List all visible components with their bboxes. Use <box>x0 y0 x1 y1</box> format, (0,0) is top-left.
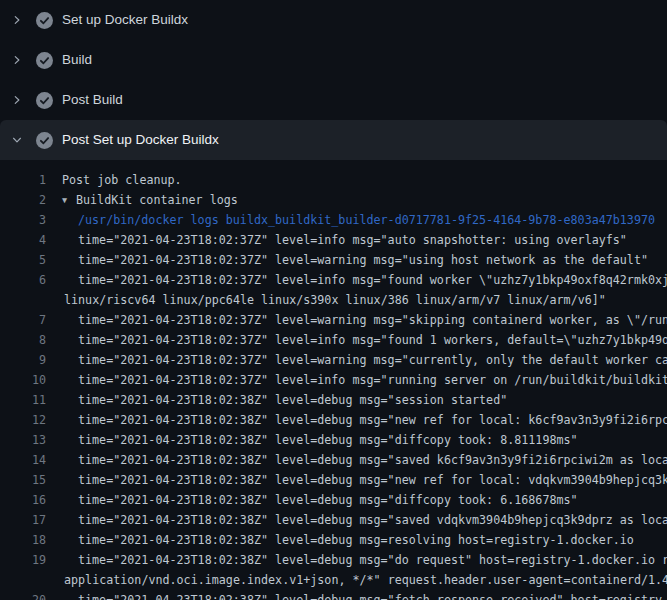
log-line-number[interactable]: 15 <box>0 470 46 490</box>
log-line-content: time="2021-04-23T18:02:38Z" level=debug … <box>78 393 507 407</box>
log-line-content: application/vnd.oci.image.index.v1+json,… <box>64 573 667 587</box>
log-line-content: time="2021-04-23T18:02:37Z" level=warnin… <box>78 313 667 327</box>
chevron-icon[interactable] <box>12 54 22 66</box>
log-line: 8 ▼time="2021-04-23T18:02:37Z" level=inf… <box>0 330 667 350</box>
step-header[interactable]: Post Set up Docker Buildx <box>0 120 667 160</box>
log-line-content: time="2021-04-23T18:02:38Z" level=debug … <box>78 433 578 447</box>
log-line-text: ▼time="2021-04-23T18:02:38Z" level=debug… <box>46 390 507 410</box>
log-line-number[interactable]: 14 <box>0 450 46 470</box>
log-line-content: linux/riscv64 linux/ppc64le linux/s390x … <box>64 293 606 307</box>
log-line-number[interactable]: 17 <box>0 510 46 530</box>
log-line: 15 ▼time="2021-04-23T18:02:38Z" level=de… <box>0 470 667 490</box>
check-circle-icon <box>36 12 53 29</box>
log-line-text: ▼application/vnd.oci.image.index.v1+json… <box>46 570 667 590</box>
log-line-number[interactable]: 18 <box>0 530 46 550</box>
check-circle-icon <box>36 132 53 149</box>
log-line: 7 ▼time="2021-04-23T18:02:37Z" level=war… <box>0 310 667 330</box>
log-line-text: ▼time="2021-04-23T18:02:38Z" level=debug… <box>46 590 667 600</box>
log-line-number[interactable]: 19 <box>0 550 46 570</box>
log-line: 10 ▼time="2021-04-23T18:02:37Z" level=in… <box>0 370 667 390</box>
step-header[interactable]: Build <box>0 40 667 80</box>
log-line-number[interactable]: 8 <box>0 330 46 350</box>
log-line: 19 ▼time="2021-04-23T18:02:38Z" level=de… <box>0 550 667 570</box>
actions-log-viewer: Set up Docker Buildx Build P <box>0 0 667 600</box>
log-line-text: ▼Post job cleanup. <box>46 170 182 190</box>
log-line-number[interactable]: 11 <box>0 390 46 410</box>
log-line-number[interactable]: 7 <box>0 310 46 330</box>
log-line-number[interactable] <box>0 570 46 590</box>
log-line-text: ▼time="2021-04-23T18:02:37Z" level=info … <box>46 370 667 390</box>
log-line-text: ▼time="2021-04-23T18:02:37Z" level=warni… <box>46 310 667 330</box>
step-title: Post Build <box>62 80 123 120</box>
log-line: 12 ▼time="2021-04-23T18:02:38Z" level=de… <box>0 410 667 430</box>
log-line-number[interactable]: 12 <box>0 410 46 430</box>
log-line-number[interactable]: 10 <box>0 370 46 390</box>
log-line-text: ▼BuildKit container logs <box>46 190 238 210</box>
log-line-content: time="2021-04-23T18:02:37Z" level=info m… <box>78 273 667 287</box>
log-line-number[interactable]: 5 <box>0 250 46 270</box>
log-line-number[interactable]: 9 <box>0 350 46 370</box>
chevron-icon[interactable] <box>12 134 22 146</box>
log-line-text: ▼time="2021-04-23T18:02:37Z" level=info … <box>46 330 667 350</box>
log-line-text: ▼time="2021-04-23T18:02:37Z" level=warni… <box>46 250 648 270</box>
log-line-number[interactable]: 16 <box>0 490 46 510</box>
log-line: 3 ▼/usr/bin/docker logs buildx_buildkit_… <box>0 210 667 230</box>
check-circle-icon <box>36 52 53 69</box>
log-line-text: ▼time="2021-04-23T18:02:38Z" level=debug… <box>46 410 667 430</box>
step-header[interactable]: Set up Docker Buildx <box>0 0 667 40</box>
log-line-content: time="2021-04-23T18:02:38Z" level=debug … <box>78 413 667 427</box>
log-line-text: ▼time="2021-04-23T18:02:38Z" level=debug… <box>46 490 578 510</box>
log-line-content: time="2021-04-23T18:02:38Z" level=debug … <box>78 553 667 567</box>
log-line: 18 ▼time="2021-04-23T18:02:38Z" level=de… <box>0 530 667 550</box>
log-line: 11 ▼time="2021-04-23T18:02:38Z" level=de… <box>0 390 667 410</box>
log-line[interactable]: 2 ▼BuildKit container logs <box>0 190 667 210</box>
log-line-text: ▼time="2021-04-23T18:02:38Z" level=debug… <box>46 470 667 490</box>
log-line-content: time="2021-04-23T18:02:38Z" level=debug … <box>78 593 667 600</box>
log-line: 20 ▼time="2021-04-23T18:02:38Z" level=de… <box>0 590 667 600</box>
log-line-number[interactable]: 3 <box>0 210 46 230</box>
log-line: ▼linux/riscv64 linux/ppc64le linux/s390x… <box>0 290 667 310</box>
log-line: 6 ▼time="2021-04-23T18:02:37Z" level=inf… <box>0 270 667 290</box>
log-output: 1 ▼Post job cleanup. 2 ▼BuildKit contain… <box>0 160 667 600</box>
log-line-content: time="2021-04-23T18:02:37Z" level=info m… <box>78 333 667 347</box>
log-line-text: ▼linux/riscv64 linux/ppc64le linux/s390x… <box>46 290 606 310</box>
check-circle-icon <box>36 92 53 109</box>
chevron-icon[interactable] <box>12 94 22 106</box>
step-title: Build <box>62 40 92 80</box>
log-line-content: time="2021-04-23T18:02:38Z" level=debug … <box>78 453 667 467</box>
log-line: 13 ▼time="2021-04-23T18:02:38Z" level=de… <box>0 430 667 450</box>
log-line-number[interactable]: 20 <box>0 590 46 600</box>
log-line-text: ▼time="2021-04-23T18:02:37Z" level=info … <box>46 230 627 250</box>
log-line: 14 ▼time="2021-04-23T18:02:38Z" level=de… <box>0 450 667 470</box>
log-line-number[interactable]: 1 <box>0 170 46 190</box>
chevron-icon[interactable] <box>12 14 22 26</box>
log-line-text: ▼time="2021-04-23T18:02:38Z" level=debug… <box>46 530 634 550</box>
log-line-text: ▼time="2021-04-23T18:02:38Z" level=debug… <box>46 450 667 470</box>
log-line-content: time="2021-04-23T18:02:37Z" level=warnin… <box>78 253 648 267</box>
log-line-content: time="2021-04-23T18:02:38Z" level=debug … <box>78 533 634 547</box>
log-line-number[interactable]: 2 <box>0 190 46 210</box>
step-header[interactable]: Post Build <box>0 80 667 120</box>
log-line: ▼application/vnd.oci.image.index.v1+json… <box>0 570 667 590</box>
group-collapse-icon[interactable]: ▼ <box>62 190 76 210</box>
log-line-text: ▼time="2021-04-23T18:02:38Z" level=debug… <box>46 550 667 570</box>
log-line-content: time="2021-04-23T18:02:38Z" level=debug … <box>78 473 667 487</box>
log-line: 1 ▼Post job cleanup. <box>0 170 667 190</box>
log-line-text: ▼time="2021-04-23T18:02:38Z" level=debug… <box>46 430 578 450</box>
log-line-number[interactable] <box>0 290 46 310</box>
log-line-content: time="2021-04-23T18:02:37Z" level=info m… <box>78 373 667 387</box>
log-line-content: time="2021-04-23T18:02:38Z" level=debug … <box>78 493 578 507</box>
log-line-text: ▼time="2021-04-23T18:02:38Z" level=debug… <box>46 510 667 530</box>
log-line-content: time="2021-04-23T18:02:38Z" level=debug … <box>78 513 667 527</box>
log-line: 5 ▼time="2021-04-23T18:02:37Z" level=war… <box>0 250 667 270</box>
log-line-content: Post job cleanup. <box>62 173 182 187</box>
step-list: Set up Docker Buildx Build P <box>0 0 667 160</box>
log-line-content: time="2021-04-23T18:02:37Z" level=warnin… <box>78 353 667 367</box>
log-line-content: /usr/bin/docker logs buildx_buildkit_bui… <box>78 213 655 227</box>
log-line-number[interactable]: 4 <box>0 230 46 250</box>
log-line-number[interactable]: 13 <box>0 430 46 450</box>
log-line-text: ▼time="2021-04-23T18:02:37Z" level=warni… <box>46 350 667 370</box>
log-line-text: ▼time="2021-04-23T18:02:37Z" level=info … <box>46 270 667 290</box>
log-line: 9 ▼time="2021-04-23T18:02:37Z" level=war… <box>0 350 667 370</box>
log-line-number[interactable]: 6 <box>0 270 46 290</box>
